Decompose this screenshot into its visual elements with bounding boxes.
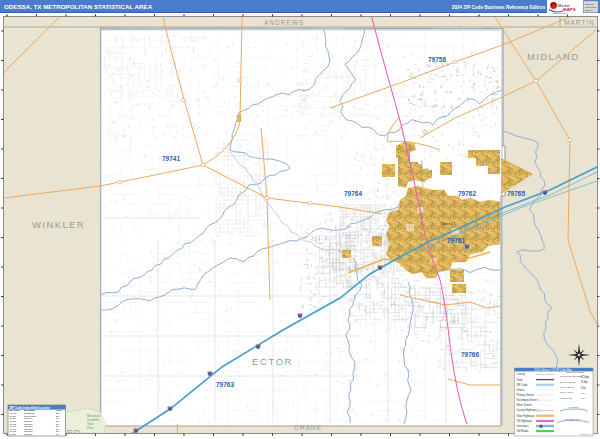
svg-text:Primary Streets: Primary Streets	[517, 393, 536, 397]
svg-text:79761: 79761	[447, 237, 465, 244]
svg-text:City: City	[581, 392, 585, 394]
svg-text:City: City	[581, 379, 588, 384]
svg-text:WINKLER: WINKLER	[32, 219, 85, 230]
svg-text:Odessa: Odessa	[440, 222, 452, 226]
svg-text:79758: 79758	[428, 56, 446, 63]
svg-text:DallasMapCompany: DallasMapCompany	[552, 12, 568, 14]
svg-text:ODESSA, TX METROPOLITAN STATIS: ODESSA, TX METROPOLITAN STATISTICAL AREA	[4, 3, 153, 10]
svg-text:79766: 79766	[461, 351, 479, 358]
svg-text:Minor Streets: Minor Streets	[517, 403, 533, 407]
svg-text:Area/County Line: Area/County Line	[563, 418, 581, 420]
svg-text:Streets: Streets	[517, 388, 526, 392]
svg-text:© MarketMAPS: © MarketMAPS	[578, 433, 591, 435]
svg-text:79766: 79766	[10, 433, 17, 436]
svg-text:City: City	[581, 397, 584, 399]
svg-text:State Highways: State Highways	[517, 414, 536, 418]
svg-text:79741: 79741	[162, 155, 180, 162]
svg-text:Park: Park	[87, 426, 94, 430]
svg-text:Odessa: Odessa	[24, 433, 33, 436]
svg-text:79763: 79763	[216, 381, 234, 388]
svg-text:MIDLAND: MIDLAND	[527, 51, 580, 62]
svg-text:ECTOR: ECTOR	[252, 356, 293, 367]
svg-text:79765: 79765	[507, 190, 525, 197]
svg-text:Toll Roads: Toll Roads	[517, 429, 530, 433]
svg-text:State: State	[517, 378, 524, 382]
svg-text:County Highways: County Highways	[517, 408, 538, 412]
svg-text:79764: 79764	[344, 190, 362, 197]
svg-text:MARTIN: MARTIN	[564, 19, 595, 26]
svg-text:Edition: Edition	[585, 9, 593, 12]
svg-text:79762: 79762	[458, 190, 476, 197]
svg-text:Area Code: Area Code	[568, 406, 579, 408]
svg-text:CRANE: CRANE	[294, 424, 322, 431]
svg-text:City: City	[581, 386, 587, 390]
svg-text:2024 ZIP Code Business Referen: 2024 ZIP Code Business Reference Edition	[452, 5, 546, 10]
svg-text:ANDREWS: ANDREWS	[264, 19, 304, 26]
svg-text:ZIP Code: ZIP Code	[517, 383, 528, 387]
svg-text:City: City	[581, 374, 590, 379]
svg-text:US Highways: US Highways	[517, 419, 533, 423]
svg-text:Secondary Streets: Secondary Streets	[517, 398, 539, 402]
svg-text:County: County	[517, 372, 526, 376]
svg-text:Interstates: Interstates	[517, 424, 530, 428]
